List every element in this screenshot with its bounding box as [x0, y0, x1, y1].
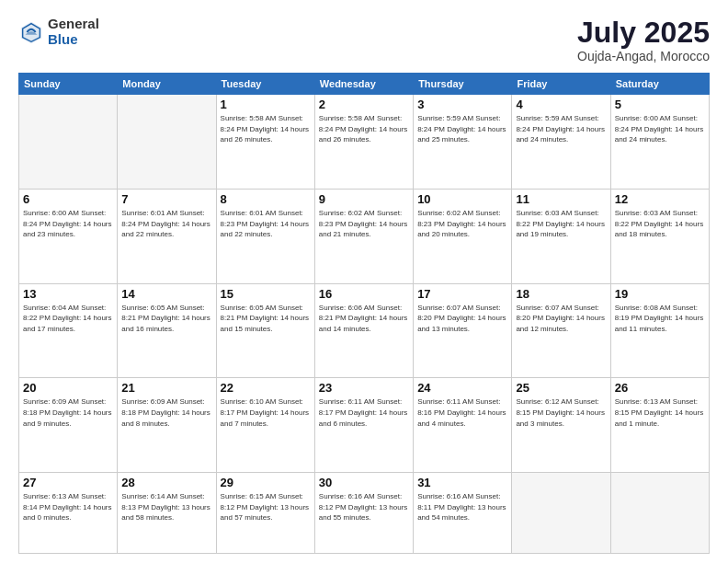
- day-number: 5: [615, 98, 705, 111]
- day-cell: 24Sunrise: 6:11 AM Sunset: 8:16 PM Dayli…: [414, 378, 512, 473]
- week-row-0: 1Sunrise: 5:58 AM Sunset: 8:24 PM Daylig…: [19, 95, 710, 190]
- day-cell: 13Sunrise: 6:04 AM Sunset: 8:22 PM Dayli…: [19, 283, 118, 378]
- day-cell: 12Sunrise: 6:03 AM Sunset: 8:22 PM Dayli…: [610, 189, 709, 283]
- logo-text: General Blue: [48, 17, 99, 47]
- day-number: 1: [221, 98, 311, 111]
- day-number: 22: [221, 381, 311, 395]
- day-number: 14: [121, 287, 211, 301]
- week-row-3: 20Sunrise: 6:09 AM Sunset: 8:18 PM Dayli…: [19, 378, 710, 473]
- day-info: Sunrise: 6:05 AM Sunset: 8:21 PM Dayligh…: [121, 303, 211, 335]
- day-info: Sunrise: 6:09 AM Sunset: 8:18 PM Dayligh…: [23, 396, 113, 429]
- day-number: 25: [516, 381, 606, 395]
- logo-blue: Blue: [48, 32, 99, 48]
- day-number: 26: [615, 381, 705, 395]
- day-info: Sunrise: 6:00 AM Sunset: 8:24 PM Dayligh…: [615, 113, 705, 145]
- day-info: Sunrise: 5:58 AM Sunset: 8:24 PM Dayligh…: [319, 113, 409, 145]
- day-info: Sunrise: 6:16 AM Sunset: 8:12 PM Dayligh…: [319, 491, 409, 523]
- day-number: 12: [615, 192, 705, 206]
- location: Oujda-Angad, Morocco: [577, 49, 710, 63]
- day-number: 11: [516, 192, 606, 206]
- day-cell: 31Sunrise: 6:16 AM Sunset: 8:11 PM Dayli…: [414, 473, 512, 554]
- day-cell: 2Sunrise: 5:58 AM Sunset: 8:24 PM Daylig…: [314, 95, 413, 190]
- day-cell: 27Sunrise: 6:13 AM Sunset: 8:14 PM Dayli…: [19, 473, 118, 554]
- day-info: Sunrise: 6:01 AM Sunset: 8:24 PM Dayligh…: [121, 208, 211, 240]
- day-number: 16: [319, 287, 409, 301]
- day-cell: 14Sunrise: 6:05 AM Sunset: 8:21 PM Dayli…: [118, 283, 216, 378]
- day-cell: 5Sunrise: 6:00 AM Sunset: 8:24 PM Daylig…: [610, 95, 709, 190]
- day-info: Sunrise: 6:00 AM Sunset: 8:24 PM Dayligh…: [23, 208, 113, 240]
- day-cell: 4Sunrise: 5:59 AM Sunset: 8:24 PM Daylig…: [512, 95, 610, 190]
- day-info: Sunrise: 6:14 AM Sunset: 8:13 PM Dayligh…: [121, 491, 211, 523]
- day-info: Sunrise: 6:06 AM Sunset: 8:21 PM Dayligh…: [319, 303, 409, 335]
- day-number: 15: [221, 287, 311, 301]
- day-cell: [19, 95, 118, 190]
- day-number: 30: [319, 476, 409, 489]
- weekday-header-tuesday: Tuesday: [216, 74, 314, 95]
- day-number: 31: [417, 476, 507, 489]
- day-cell: [610, 473, 709, 554]
- logo-icon: [18, 19, 44, 45]
- day-info: Sunrise: 6:09 AM Sunset: 8:18 PM Dayligh…: [121, 396, 211, 429]
- day-number: 24: [417, 381, 507, 395]
- day-info: Sunrise: 6:11 AM Sunset: 8:17 PM Dayligh…: [319, 396, 409, 429]
- day-cell: 7Sunrise: 6:01 AM Sunset: 8:24 PM Daylig…: [118, 189, 216, 283]
- day-cell: 8Sunrise: 6:01 AM Sunset: 8:23 PM Daylig…: [216, 189, 314, 283]
- day-number: 18: [516, 287, 606, 301]
- day-number: 6: [23, 192, 113, 206]
- day-number: 19: [615, 287, 705, 301]
- day-number: 8: [221, 192, 311, 206]
- day-info: Sunrise: 6:11 AM Sunset: 8:16 PM Dayligh…: [417, 396, 507, 429]
- day-number: 28: [121, 476, 211, 489]
- day-info: Sunrise: 5:59 AM Sunset: 8:24 PM Dayligh…: [516, 113, 606, 145]
- day-cell: 20Sunrise: 6:09 AM Sunset: 8:18 PM Dayli…: [19, 378, 118, 473]
- week-row-1: 6Sunrise: 6:00 AM Sunset: 8:24 PM Daylig…: [19, 189, 710, 283]
- day-cell: 11Sunrise: 6:03 AM Sunset: 8:22 PM Dayli…: [512, 189, 610, 283]
- logo-general: General: [48, 17, 99, 32]
- day-cell: 26Sunrise: 6:13 AM Sunset: 8:15 PM Dayli…: [610, 378, 709, 473]
- day-info: Sunrise: 6:04 AM Sunset: 8:22 PM Dayligh…: [23, 303, 113, 335]
- day-cell: 28Sunrise: 6:14 AM Sunset: 8:13 PM Dayli…: [118, 473, 216, 554]
- weekday-header-saturday: Saturday: [610, 74, 709, 95]
- weekday-header-row: SundayMondayTuesdayWednesdayThursdayFrid…: [19, 74, 710, 95]
- day-number: 4: [516, 98, 606, 111]
- day-number: 7: [121, 192, 211, 206]
- header: General Blue July 2025 Oujda-Angad, Moro…: [18, 17, 710, 63]
- day-info: Sunrise: 6:01 AM Sunset: 8:23 PM Dayligh…: [221, 208, 311, 240]
- day-number: 23: [319, 381, 409, 395]
- weekday-header-thursday: Thursday: [414, 74, 512, 95]
- day-number: 2: [319, 98, 409, 111]
- day-info: Sunrise: 6:12 AM Sunset: 8:15 PM Dayligh…: [516, 396, 606, 429]
- day-info: Sunrise: 6:10 AM Sunset: 8:17 PM Dayligh…: [221, 396, 311, 429]
- day-info: Sunrise: 5:59 AM Sunset: 8:24 PM Dayligh…: [417, 113, 507, 145]
- day-cell: 6Sunrise: 6:00 AM Sunset: 8:24 PM Daylig…: [19, 189, 118, 283]
- day-info: Sunrise: 6:02 AM Sunset: 8:23 PM Dayligh…: [417, 208, 507, 240]
- logo: General Blue: [18, 17, 99, 47]
- day-number: 29: [221, 476, 311, 489]
- week-row-4: 27Sunrise: 6:13 AM Sunset: 8:14 PM Dayli…: [19, 473, 710, 554]
- day-info: Sunrise: 6:03 AM Sunset: 8:22 PM Dayligh…: [615, 208, 705, 240]
- day-cell: 1Sunrise: 5:58 AM Sunset: 8:24 PM Daylig…: [216, 95, 314, 190]
- day-cell: 23Sunrise: 6:11 AM Sunset: 8:17 PM Dayli…: [314, 378, 413, 473]
- day-number: 10: [417, 192, 507, 206]
- title-block: July 2025 Oujda-Angad, Morocco: [577, 17, 710, 63]
- day-number: 20: [23, 381, 113, 395]
- day-cell: [118, 95, 216, 190]
- day-info: Sunrise: 6:13 AM Sunset: 8:14 PM Dayligh…: [23, 491, 113, 523]
- day-cell: 21Sunrise: 6:09 AM Sunset: 8:18 PM Dayli…: [118, 378, 216, 473]
- day-cell: 19Sunrise: 6:08 AM Sunset: 8:19 PM Dayli…: [610, 283, 709, 378]
- day-number: 13: [23, 287, 113, 301]
- weekday-header-friday: Friday: [512, 74, 610, 95]
- day-info: Sunrise: 6:15 AM Sunset: 8:12 PM Dayligh…: [221, 491, 311, 523]
- day-cell: 10Sunrise: 6:02 AM Sunset: 8:23 PM Dayli…: [414, 189, 512, 283]
- day-info: Sunrise: 5:58 AM Sunset: 8:24 PM Dayligh…: [221, 113, 311, 145]
- day-cell: 25Sunrise: 6:12 AM Sunset: 8:15 PM Dayli…: [512, 378, 610, 473]
- day-number: 3: [417, 98, 507, 111]
- day-cell: 22Sunrise: 6:10 AM Sunset: 8:17 PM Dayli…: [216, 378, 314, 473]
- weekday-header-sunday: Sunday: [19, 74, 118, 95]
- weekday-header-wednesday: Wednesday: [314, 74, 413, 95]
- weekday-header-monday: Monday: [118, 74, 216, 95]
- day-cell: 30Sunrise: 6:16 AM Sunset: 8:12 PM Dayli…: [314, 473, 413, 554]
- day-info: Sunrise: 6:08 AM Sunset: 8:19 PM Dayligh…: [615, 303, 705, 335]
- page: General Blue July 2025 Oujda-Angad, Moro…: [0, 0, 728, 563]
- day-number: 27: [23, 476, 113, 489]
